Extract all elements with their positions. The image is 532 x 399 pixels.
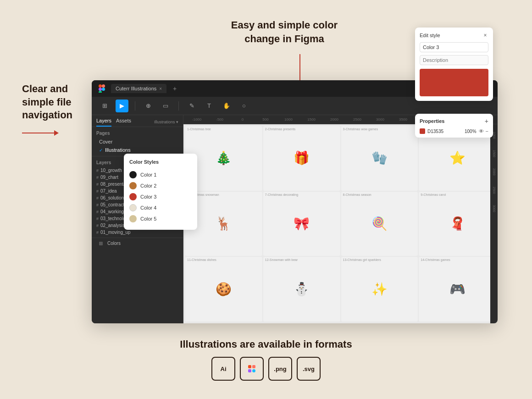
property-opacity: 100%: [465, 129, 477, 134]
ruler-v-4: 3000: [493, 200, 496, 218]
ruler-mark-6: 2000: [323, 117, 346, 122]
illustrations-dropdown[interactable]: Illustrations ▾: [154, 120, 178, 127]
ruler-marks: -1000 -500 0 500 1000 1500 2000 2500 300…: [185, 117, 438, 122]
edit-style-close-button[interactable]: ×: [482, 32, 488, 39]
svg-rect-7: [248, 369, 251, 372]
property-color-swatch: [420, 128, 425, 134]
ruler-mark-3: 500: [254, 117, 277, 122]
tool-hand-button[interactable]: ✋: [220, 100, 233, 112]
illus-label-10: 13-Christmas girl sparklers: [343, 258, 381, 261]
illus-label-9: 12-Snowman with bear: [265, 258, 298, 261]
tab-assets[interactable]: Assets: [116, 118, 131, 127]
svg-point-8: [252, 369, 255, 372]
illustrations-grid: 1-Christmas tree 🎄 2-Christmas presents …: [183, 124, 498, 323]
left-annotation-title: Clear and simple file navigation: [22, 83, 86, 122]
illus-cell-2: 3-Christmas wow games 🧤: [341, 126, 418, 191]
pages-list: Cover ✓ Illustrations: [92, 138, 183, 154]
edit-style-popup: Edit style ×: [415, 28, 493, 101]
tool-select-button[interactable]: ▶: [116, 100, 128, 112]
ruler-mark-1: -500: [208, 117, 231, 122]
properties-header: Properties +: [420, 117, 488, 125]
figma-tab[interactable]: Cuterr Illustrations ×: [111, 84, 166, 93]
figma-tab-name: Cuterr Illustrations: [116, 86, 156, 91]
svg-rect-3: [99, 91, 102, 93]
cs-label-4: Color 5: [140, 216, 156, 222]
cs-item-0[interactable]: Color 1: [129, 169, 192, 180]
edit-style-header: Edit style ×: [420, 32, 488, 39]
left-annotation: Clear and simple file navigation: [22, 83, 86, 136]
ruler-mark-4: 1000: [277, 117, 300, 122]
cs-item-3[interactable]: Color 4: [129, 202, 192, 213]
tool-frame-button[interactable]: ⊕: [142, 100, 155, 112]
ruler-v-2: 2000: [493, 163, 496, 181]
canvas-content: 1-Christmas tree 🎄 2-Christmas presents …: [183, 124, 498, 323]
description-input[interactable]: [420, 55, 488, 65]
svg-rect-5: [248, 365, 251, 368]
svg-rect-0: [99, 84, 102, 88]
cs-item-2[interactable]: Color 3: [129, 191, 192, 202]
ruler-mark-7: 2500: [346, 117, 369, 122]
format-badge-svg: .svg: [297, 357, 321, 381]
illus-label-6: 8-Christmas season: [343, 193, 371, 196]
illus-label-2: 3-Christmas wow games: [343, 127, 378, 131]
edit-style-title: Edit style: [420, 33, 440, 38]
tool-text-button[interactable]: T: [203, 100, 216, 112]
page-illustrations[interactable]: ✓ Illustrations: [96, 146, 178, 154]
layer-01-moving-up[interactable]: # 01_moving_up: [92, 229, 183, 236]
tool-comment-button[interactable]: ○: [238, 100, 250, 112]
cs-swatch-3: [129, 204, 137, 211]
ruler-mark-5: 1500: [300, 117, 323, 122]
toolbar-divider-2: [178, 101, 179, 111]
illus-art-11: 🎮: [449, 283, 466, 296]
illus-art-9: ⛄: [294, 283, 310, 296]
toolbar-divider-1: [135, 101, 135, 111]
illus-art-6: 🍭: [371, 217, 388, 230]
panel-tabs: Layers Assets Illustrations ▾: [92, 115, 183, 127]
ruler-mark-8: 3000: [369, 117, 392, 122]
illus-cell-1: 2-Christmas presents 🎁: [263, 126, 340, 191]
illus-cell-8: 11-Christmas dishes 🍪: [185, 257, 262, 321]
cs-item-1[interactable]: Color 2: [129, 180, 192, 191]
figma-logo-icon: [97, 84, 106, 93]
format-badge-ai: Ai: [211, 357, 235, 381]
figma-tab-close-button[interactable]: ×: [159, 86, 162, 91]
illus-art-0: 🎄: [216, 152, 232, 165]
left-arrow: [22, 130, 86, 136]
cs-swatch-4: [129, 215, 137, 222]
illus-art-2: 🧤: [371, 152, 388, 165]
tab-layers[interactable]: Layers: [96, 118, 111, 127]
page-cover[interactable]: Cover: [96, 138, 178, 146]
ruler-mark-0: -1000: [185, 117, 208, 122]
illus-cell-7: 9-Christmas carol 🧣: [419, 192, 496, 256]
tool-rect-button[interactable]: ▭: [159, 100, 172, 112]
top-annotation: Easy and simple color change in Figma: [225, 18, 344, 45]
layer-colors[interactable]: Colors: [92, 240, 183, 247]
figma-tab-add-button[interactable]: +: [173, 85, 177, 92]
tool-grid-button[interactable]: ⊞: [98, 100, 111, 112]
properties-title: Properties: [420, 118, 444, 124]
svg-rect-1: [102, 84, 105, 88]
properties-panel: Properties + D13535 100% 👁 −: [415, 114, 493, 138]
pages-label: Pages: [92, 127, 183, 138]
format-badge-fig: [240, 357, 264, 381]
cs-label-0: Color 1: [140, 172, 156, 177]
properties-add-button[interactable]: +: [485, 117, 488, 125]
arrow-head: [54, 130, 59, 136]
illus-cell-10: 13-Christmas girl sparklers ✨: [341, 257, 418, 321]
illus-label-1: 2-Christmas presents: [265, 127, 296, 131]
illus-cell-5: 7-Christmas decorating 🎀: [263, 192, 340, 256]
eye-icon[interactable]: 👁: [479, 128, 484, 134]
bottom-section: Illustrations are available in formats A…: [0, 338, 532, 381]
color-name-input[interactable]: [420, 42, 488, 52]
property-hex-value: D13535: [427, 129, 462, 134]
minus-icon[interactable]: −: [486, 128, 488, 134]
svg-point-4: [102, 88, 105, 91]
illus-label-11: 14-Christmas games: [421, 258, 450, 261]
ruler-mark-9: 3500: [392, 117, 415, 122]
illus-art-4: 🦌: [216, 217, 232, 230]
arrow-line: [22, 133, 54, 133]
tool-pen-button[interactable]: ✎: [185, 100, 198, 112]
illus-label-0: 1-Christmas tree: [187, 127, 211, 131]
cs-item-4[interactable]: Color 5: [129, 213, 192, 224]
illus-label-8: 11-Christmas dishes: [187, 258, 216, 261]
